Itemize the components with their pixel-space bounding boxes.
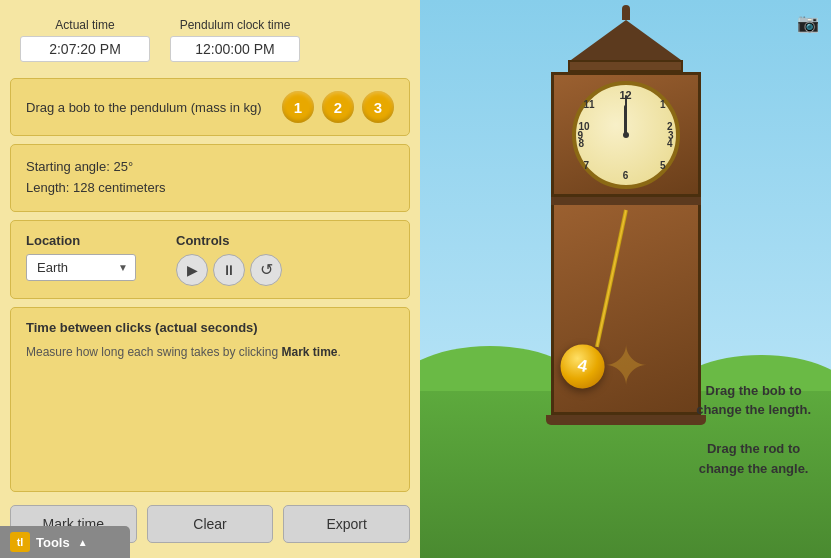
pendulum-rod bbox=[594, 210, 627, 348]
clock-num-4: 4 bbox=[667, 138, 673, 149]
bob-2[interactable]: 2 bbox=[322, 91, 354, 123]
grandfather-clock: 12 1 2 3 4 5 6 7 8 9 10 11 bbox=[546, 5, 706, 425]
location-label: Location bbox=[26, 233, 136, 248]
time-section: Actual time 2:07:20 PM Pendulum clock ti… bbox=[10, 10, 410, 70]
actual-time-value: 2:07:20 PM bbox=[20, 36, 150, 62]
reset-button[interactable]: ↺ bbox=[250, 254, 282, 286]
location-select[interactable]: Earth Moon Jupiter Planet X bbox=[26, 254, 136, 281]
pendulum-bob[interactable]: 4 bbox=[556, 340, 608, 392]
clock-base bbox=[546, 415, 706, 425]
drag-hint-line3: Drag the rod to bbox=[696, 439, 811, 459]
ctrl-buttons: ▶ ⏸ ↺ bbox=[176, 254, 282, 286]
location-group: Location Earth Moon Jupiter Planet X ▼ bbox=[26, 233, 136, 281]
bob-circles: 1 2 3 bbox=[282, 91, 394, 123]
left-panel: Actual time 2:07:20 PM Pendulum clock ti… bbox=[0, 0, 420, 558]
clock-num-6: 6 bbox=[623, 170, 629, 181]
drag-hints: Drag the bob to change the length. Drag … bbox=[696, 381, 811, 479]
clock-finial bbox=[622, 5, 630, 20]
clock-face: 12 1 2 3 4 5 6 7 8 9 10 11 bbox=[572, 81, 680, 189]
pendulum-time-label: Pendulum clock time bbox=[180, 18, 291, 32]
right-panel: 📷 12 1 2 3 4 5 6 bbox=[420, 0, 831, 558]
location-select-wrapper: Earth Moon Jupiter Planet X ▼ bbox=[26, 254, 136, 281]
clock-num-5: 5 bbox=[660, 160, 666, 171]
drag-hint-line1: Drag the bob to bbox=[696, 381, 811, 401]
info-section: Starting angle: 25° Length: 128 centimet… bbox=[10, 144, 410, 212]
tbc-description: Measure how long each swing takes by cli… bbox=[26, 343, 394, 361]
mark-time-link[interactable]: Mark time bbox=[281, 345, 337, 359]
bob-3[interactable]: 3 bbox=[362, 91, 394, 123]
clock-roof-base bbox=[568, 60, 683, 72]
pendulum-time-value: 12:00:00 PM bbox=[170, 36, 300, 62]
export-button[interactable]: Export bbox=[283, 505, 410, 543]
star-decoration: ✦ bbox=[603, 339, 649, 394]
loc-ctrl-section: Location Earth Moon Jupiter Planet X ▼ C… bbox=[10, 220, 410, 299]
drag-hint-line4: change the angle. bbox=[696, 459, 811, 479]
clock-num-7: 7 bbox=[584, 160, 590, 171]
clock-assembly: 12 1 2 3 4 5 6 7 8 9 10 11 bbox=[546, 5, 706, 425]
play-button[interactable]: ▶ bbox=[176, 254, 208, 286]
clock-roof-triangle bbox=[571, 20, 681, 60]
tools-bar[interactable]: tl Tools ▲ bbox=[0, 526, 130, 558]
actual-time-box: Actual time 2:07:20 PM bbox=[20, 18, 150, 62]
tools-label: Tools bbox=[36, 535, 70, 550]
bob-1[interactable]: 1 bbox=[282, 91, 314, 123]
clock-center-dot bbox=[623, 132, 629, 138]
pause-button[interactable]: ⏸ bbox=[213, 254, 245, 286]
bob-instruction: Drag a bob to the pendulum (mass in kg) bbox=[26, 100, 272, 115]
clock-head: 12 1 2 3 4 5 6 7 8 9 10 11 bbox=[551, 72, 701, 197]
clock-num-1: 1 bbox=[660, 99, 666, 110]
controls-group: Controls ▶ ⏸ ↺ bbox=[176, 233, 282, 286]
clock-body: ✦ 4 bbox=[551, 205, 701, 415]
clear-button[interactable]: Clear bbox=[147, 505, 274, 543]
controls-label: Controls bbox=[176, 233, 282, 248]
tools-arrow-icon: ▲ bbox=[78, 537, 88, 548]
tbc-section: Time between clicks (actual seconds) Mea… bbox=[10, 307, 410, 492]
camera-icon[interactable]: 📷 bbox=[797, 12, 819, 34]
tools-logo: tl bbox=[10, 532, 30, 552]
drag-hint-line2: change the length. bbox=[696, 400, 811, 420]
actual-time-label: Actual time bbox=[55, 18, 114, 32]
pendulum-time-box: Pendulum clock time 12:00:00 PM bbox=[170, 18, 300, 62]
clock-separator bbox=[551, 197, 701, 205]
clock-num-10: 10 bbox=[579, 121, 590, 132]
length-info: Length: 128 centimeters bbox=[26, 178, 394, 199]
bob-section: Drag a bob to the pendulum (mass in kg) … bbox=[10, 78, 410, 136]
angle-info: Starting angle: 25° bbox=[26, 157, 394, 178]
clock-num-11: 11 bbox=[584, 99, 595, 110]
tbc-title: Time between clicks (actual seconds) bbox=[26, 320, 394, 335]
minute-hand bbox=[625, 95, 627, 135]
